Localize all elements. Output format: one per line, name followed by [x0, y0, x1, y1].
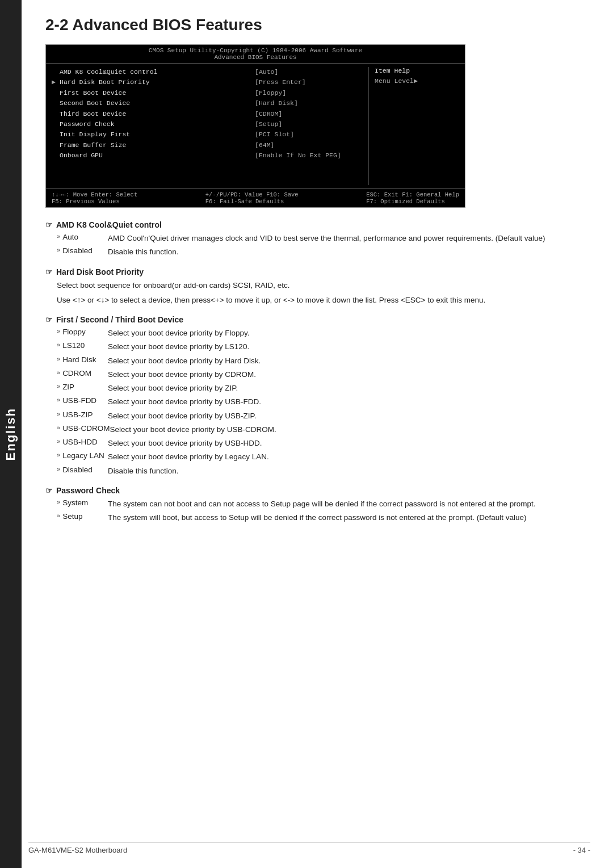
section-arrow-icon: ☞	[45, 267, 53, 276]
desc-text: Select your boot device priority by USB-…	[108, 438, 590, 449]
section-title-amd-k8: ☞AMD K8 Cool&Quiet control	[45, 220, 590, 229]
desc-text: Select your boot device priority by CDRO…	[108, 369, 590, 380]
desc-text: Select your boot device priority by Hard…	[108, 355, 590, 367]
dbl-arrow-icon: »	[57, 355, 60, 362]
desc-bullet-label: Legacy LAN	[62, 451, 104, 460]
desc-text: Select your boot device priority by Lega…	[108, 451, 590, 463]
desc-bullet-label: Disabled	[62, 466, 93, 474]
desc-bullet: »LS120	[57, 341, 108, 353]
desc-bullet: »Hard Disk	[57, 355, 108, 367]
section-title-text: First / Second / Third Boot Device	[56, 315, 183, 324]
bios-footer-line2-left: F5: Previous Values	[52, 198, 137, 205]
bios-left-item: Password Check	[60, 119, 115, 129]
section-desc-item: »USB-HDDSelect your boot device priority…	[45, 438, 590, 449]
desc-bullet: »USB-CDROM	[57, 424, 110, 435]
dbl-arrow-icon: »	[57, 341, 60, 348]
bios-left-row: Second Boot Device	[52, 98, 249, 108]
dbl-arrow-icon: »	[57, 396, 60, 403]
bios-items-middle: [Auto][Press Enter][Floppy][Hard Disk][C…	[255, 67, 368, 185]
bios-left-row: Onboard GPU	[52, 150, 249, 161]
section-desc-item: »ZIPSelect your boot device priority by …	[45, 383, 590, 394]
bios-footer-mid: +/-/PU/PD: Value F10: Save F6: Fail-Safe…	[205, 191, 299, 205]
section-title-boot-device: ☞First / Second / Third Boot Device	[45, 315, 590, 324]
desc-text: Disable this function.	[108, 466, 590, 477]
desc-bullet: »ZIP	[57, 383, 108, 394]
desc-bullet: »USB-HDD	[57, 438, 108, 449]
bios-footer-line1-left: ↑↓→←: Move Enter: Select	[52, 191, 137, 198]
bios-header: CMOS Setup Utility-Copyright (C) 1984-20…	[46, 45, 465, 64]
section-boot-device: ☞First / Second / Third Boot Device»Flop…	[45, 315, 590, 477]
bios-footer-right: ESC: Exit F1: General Help F7: Optimized…	[366, 191, 459, 205]
page-footer: GA-M61VME-S2 Motherboard - 34 -	[28, 842, 590, 854]
section-desc-item: »CDROMSelect your boot device priority b…	[45, 369, 590, 380]
desc-bullet: »Legacy LAN	[57, 451, 108, 463]
desc-bullet-label: System	[62, 498, 88, 507]
bios-middle-item: [Setup]	[255, 119, 363, 129]
bios-middle-item: [Enable If No Ext PEG]	[255, 150, 363, 161]
section-desc-item: »Hard DiskSelect your boot device priori…	[45, 355, 590, 367]
bios-header-line2: Advanced BIOS Features	[46, 54, 465, 61]
section-title-text: AMD K8 Cool&Quiet control	[56, 220, 162, 229]
bios-footer-left: ↑↓→←: Move Enter: Select F5: Previous Va…	[52, 191, 137, 205]
section-desc-item: »USB-ZIPSelect your boot device priority…	[45, 410, 590, 422]
section-desc-item: »FloppySelect your boot device priority …	[45, 328, 590, 339]
bios-middle-item: [CDROM]	[255, 109, 363, 119]
desc-bullet-label: USB-HDD	[62, 438, 98, 446]
dbl-arrow-icon: »	[57, 498, 60, 505]
section-desc-item: »DisabledDisable this function.	[45, 246, 590, 258]
desc-bullet-label: USB-FDD	[62, 396, 96, 405]
side-tab: English	[0, 0, 22, 868]
desc-bullet-label: Floppy	[62, 328, 86, 336]
desc-bullet: »Disabled	[57, 466, 108, 477]
footer-right: - 34 -	[573, 846, 590, 854]
bios-footer-line2-mid: F6: Fail-Safe Defaults	[205, 198, 299, 205]
bios-left-row: AMD K8 Cool&Quiet control	[52, 67, 249, 77]
footer-left: GA-M61VME-S2 Motherboard	[28, 846, 127, 854]
desc-bullet: »USB-ZIP	[57, 410, 108, 422]
bios-left-item: Frame Buffer Size	[60, 140, 126, 150]
bios-left-row: Third Boot Device	[52, 109, 249, 119]
section-desc-item: »USB-FDDSelect your boot device priority…	[45, 396, 590, 408]
desc-bullet: »Disabled	[57, 246, 108, 258]
desc-text: Select your boot device priority by USB-…	[110, 424, 590, 435]
desc-bullet-label: Hard Disk	[62, 355, 96, 364]
dbl-arrow-icon: »	[57, 410, 60, 417]
desc-bullet: »CDROM	[57, 369, 108, 380]
desc-text: The system can not boot and can not acce…	[108, 498, 590, 510]
desc-bullet: »System	[57, 498, 108, 510]
bios-screenshot: CMOS Setup Utility-Copyright (C) 1984-20…	[45, 44, 465, 208]
dbl-arrow-icon: »	[57, 369, 60, 376]
section-paragraph: Select boot sequence for onboard(or add-…	[45, 280, 590, 291]
section-paragraph: Use <↑> or <↓> to select a device, then …	[45, 295, 590, 306]
desc-bullet-label: Auto	[62, 233, 78, 241]
bios-middle-item: [PCI Slot]	[255, 129, 363, 140]
bios-left-item: Third Boot Device	[60, 109, 126, 119]
bios-header-line1: CMOS Setup Utility-Copyright (C) 1984-20…	[46, 47, 465, 54]
desc-bullet: »Auto	[57, 233, 108, 244]
bios-body: AMD K8 Cool&Quiet control▶Hard Disk Boot…	[46, 64, 465, 188]
desc-bullet-label: Setup	[62, 512, 82, 521]
bios-left-row: Password Check	[52, 119, 249, 129]
section-desc-item: »AutoAMD Cool'n'Quiet driver manages clo…	[45, 233, 590, 244]
desc-bullet-label: ZIP	[62, 383, 74, 391]
dbl-arrow-icon: »	[57, 438, 60, 445]
bios-item-help: Item Help Menu Level▶	[368, 67, 459, 185]
section-arrow-icon: ☞	[45, 220, 53, 229]
desc-text: Select your boot device priority by LS12…	[108, 341, 590, 353]
desc-text: Select your boot device priority by USB-…	[108, 410, 590, 422]
desc-text: Disable this function.	[108, 246, 590, 258]
bios-middle-item: [Hard Disk]	[255, 98, 363, 108]
section-desc-item: »DisabledDisable this function.	[45, 466, 590, 477]
dbl-arrow-icon: »	[57, 246, 60, 253]
desc-bullet: »USB-FDD	[57, 396, 108, 408]
section-desc-item: »SetupThe system will boot, but access t…	[45, 512, 590, 523]
desc-bullet: »Setup	[57, 512, 108, 523]
bios-left-item: Onboard GPU	[60, 150, 103, 161]
desc-bullet-label: CDROM	[62, 369, 91, 378]
section-arrow-icon: ☞	[45, 315, 53, 324]
section-desc-item: »LS120Select your boot device priority b…	[45, 341, 590, 353]
desc-text: The system will boot, but access to Setu…	[108, 512, 590, 523]
bios-footer: ↑↓→←: Move Enter: Select F5: Previous Va…	[46, 188, 465, 207]
bios-left-item: AMD K8 Cool&Quiet control	[60, 67, 158, 77]
dbl-arrow-icon: »	[57, 466, 60, 472]
